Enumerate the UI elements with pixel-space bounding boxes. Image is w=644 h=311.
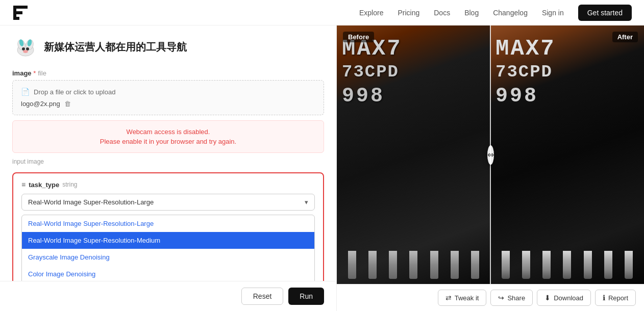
get-started-button[interactable]: Get started xyxy=(578,5,632,21)
nav-changelog[interactable]: Changelog xyxy=(493,9,528,17)
field-type: file xyxy=(38,69,46,77)
download-icon: ⬇ xyxy=(544,294,551,302)
handle-circle[interactable]: ⇔ xyxy=(487,145,494,165)
tweak-label: Tweak it xyxy=(455,294,479,302)
input-image-label: input image xyxy=(12,158,324,165)
after-panel: MAX7 73CPD 998 After xyxy=(490,25,644,284)
select-current-value: Real-World Image Super-Resolution-Large xyxy=(28,198,154,206)
before-image: MAX7 73CPD 998 xyxy=(337,25,490,284)
svg-point-10 xyxy=(26,47,29,50)
bottom-buttons: Reset Run xyxy=(0,281,336,311)
share-button[interactable]: ↪ Share xyxy=(490,290,533,306)
before-panel: MAX7 73CPD 998 Before xyxy=(337,25,490,284)
report-label: Report xyxy=(608,294,628,302)
svg-rect-2 xyxy=(13,11,22,14)
upload-hint-row: 📄 Drop a file or click to upload xyxy=(21,88,315,96)
required-marker: * xyxy=(32,69,36,77)
webcam-warning: Webcam access is disabled. Please enable… xyxy=(12,120,324,153)
dropdown-item-label-2: Grayscale Image Denoising xyxy=(28,253,110,261)
share-icon: ↪ xyxy=(498,294,504,302)
svg-rect-1 xyxy=(13,6,28,9)
upload-hint-text: Drop a file or click to upload xyxy=(34,88,115,96)
svg-point-11 xyxy=(23,50,28,53)
dropdown-list: Real-World Image Super-Resolution-Large … xyxy=(21,215,315,281)
brand-title: 新媒体运营人都在用的工具导航 xyxy=(44,40,187,54)
brand-logo-icon xyxy=(12,34,39,60)
header: Explore Pricing Docs Blog Changelog Sign… xyxy=(0,0,644,25)
before-label: Before xyxy=(343,32,374,42)
image-field: image *file 📄 Drop a file or click to up… xyxy=(12,69,324,115)
run-button[interactable]: Run xyxy=(288,288,324,305)
handle-arrows-icon: ⇔ xyxy=(487,150,494,160)
dropdown-item-0[interactable]: Real-World Image Super-Resolution-Large xyxy=(22,215,314,232)
chevron-down-icon: ▾ xyxy=(305,198,308,206)
left-panel: 新媒体运营人都在用的工具导航 image *file 📄 Drop a file… xyxy=(0,25,337,311)
task-type-param-type: string xyxy=(62,181,77,188)
webcam-warning-desc: Please enable it in your browser and try… xyxy=(20,138,316,145)
compare-divider[interactable]: ⇔ xyxy=(490,25,491,284)
logo[interactable] xyxy=(12,5,29,21)
task-type-section: ≡ task_type string Real-World Image Supe… xyxy=(12,172,324,281)
nav-pricing[interactable]: Pricing xyxy=(398,9,419,17)
after-image: MAX7 73CPD 998 xyxy=(490,25,644,284)
field-name: image xyxy=(12,69,32,77)
download-button[interactable]: ⬇ Download xyxy=(537,290,591,306)
image-compare: MAX7 73CPD 998 Before xyxy=(337,25,644,284)
nav-blog[interactable]: Blog xyxy=(464,9,479,17)
reset-button[interactable]: Reset xyxy=(241,288,284,305)
nav-signin[interactable]: Sign in xyxy=(542,9,564,17)
report-icon: ℹ xyxy=(603,294,605,302)
right-panel: MAX7 73CPD 998 Before xyxy=(337,25,644,311)
svg-rect-3 xyxy=(13,17,19,20)
delete-icon[interactable]: 🗑 xyxy=(64,100,71,108)
dropdown-item-2[interactable]: Grayscale Image Denoising xyxy=(22,249,314,266)
replicate-logo-icon xyxy=(12,5,29,21)
task-type-header: ≡ task_type string xyxy=(21,180,315,189)
main-nav: Explore Pricing Docs Blog Changelog Sign… xyxy=(359,5,632,21)
menu-lines-icon: ≡ xyxy=(21,180,26,189)
task-type-param-name: task_type xyxy=(29,181,59,189)
file-icon: 📄 xyxy=(21,88,30,96)
dropdown-item-1[interactable]: Real-World Image Super-Resolution-Medium xyxy=(22,232,314,249)
brand-logo xyxy=(12,34,39,60)
dropdown-item-label-3: Color Image Denoising xyxy=(28,270,95,278)
field-label: image *file xyxy=(12,69,324,77)
svg-point-9 xyxy=(22,47,25,50)
select-wrapper: Real-World Image Super-Resolution-Large … xyxy=(21,194,315,211)
file-item: logo@2x.png 🗑 xyxy=(21,100,315,108)
upload-box[interactable]: 📄 Drop a file or click to upload logo@2x… xyxy=(12,80,324,115)
brand-bar: 新媒体运营人都在用的工具导航 xyxy=(12,34,324,60)
action-bar: ⇄ Tweak it ↪ Share ⬇ Download ℹ Report xyxy=(337,284,644,311)
tweak-icon: ⇄ xyxy=(445,294,452,302)
dropdown-item-label-1: Real-World Image Super-Resolution-Medium xyxy=(28,237,160,244)
dropdown-item-label-0: Real-World Image Super-Resolution-Large xyxy=(28,220,154,227)
main-content: 新媒体运营人都在用的工具导航 image *file 📄 Drop a file… xyxy=(0,25,644,311)
nav-explore[interactable]: Explore xyxy=(359,9,383,17)
after-label: After xyxy=(612,32,638,42)
nav-docs[interactable]: Docs xyxy=(434,9,450,17)
download-label: Download xyxy=(554,294,583,302)
dropdown-item-3[interactable]: Color Image Denoising xyxy=(22,266,314,281)
file-name: logo@2x.png xyxy=(21,100,60,108)
select-display[interactable]: Real-World Image Super-Resolution-Large … xyxy=(21,194,315,211)
webcam-warning-title: Webcam access is disabled. xyxy=(20,128,316,136)
report-button[interactable]: ℹ Report xyxy=(595,290,636,306)
share-label: Share xyxy=(507,294,525,302)
tweak-it-button[interactable]: ⇄ Tweak it xyxy=(438,290,487,306)
